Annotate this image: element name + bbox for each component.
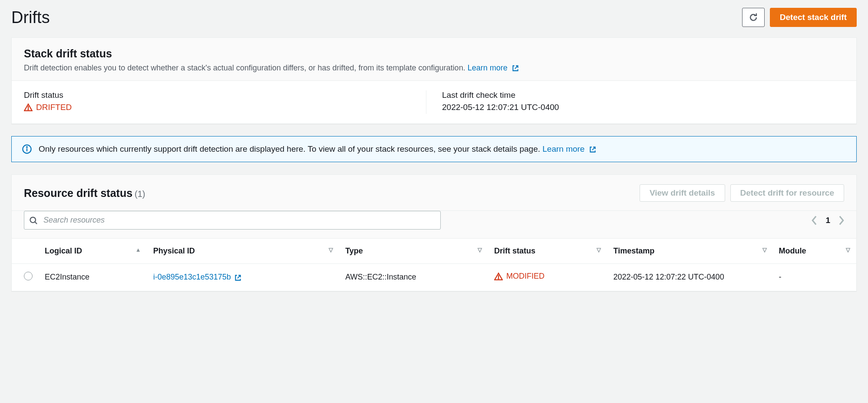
cell-module: - [773, 264, 856, 291]
refresh-button[interactable] [742, 8, 765, 27]
resource-count: (1) [135, 189, 145, 199]
cell-type: AWS::EC2::Instance [339, 264, 488, 291]
external-link-icon [589, 146, 597, 153]
row-radio[interactable] [24, 272, 33, 280]
learn-more-link[interactable]: Learn more [468, 63, 519, 72]
col-type[interactable]: Type▽ [339, 239, 488, 264]
stack-drift-title: Stack drift status [24, 47, 844, 60]
last-check-value: 2022-05-12 12:07:21 UTC-0400 [442, 103, 835, 112]
drift-status-text: MODIFIED [506, 272, 545, 281]
sort-icon: ▽ [597, 246, 601, 253]
page-title: Drifts [11, 8, 50, 27]
col-physical-id[interactable]: Physical ID▽ [147, 239, 339, 264]
resource-drift-title: Resource drift status [24, 187, 132, 199]
svg-point-2 [26, 147, 27, 147]
detect-drift-resource-button[interactable]: Detect drift for resource [730, 184, 844, 202]
learn-more-text: Learn more [468, 63, 508, 72]
search-input[interactable] [24, 211, 441, 230]
table-row[interactable]: EC2Instance i-0e895e13c1e53175b AWS::EC2… [12, 264, 856, 291]
view-drift-details-button[interactable]: View drift details [640, 184, 725, 202]
sort-icon: ▽ [478, 246, 482, 253]
search-icon [29, 216, 38, 225]
last-check-label: Last drift check time [442, 90, 835, 100]
info-learn-more-text: Learn more [542, 144, 584, 153]
drift-status-value: DRIFTED [24, 103, 72, 112]
resource-drift-panel: Resource drift status (1) View drift det… [11, 174, 857, 291]
external-link-icon [512, 64, 519, 72]
stack-drift-status-panel: Stack drift status Drift detection enabl… [11, 37, 857, 124]
page-number: 1 [825, 216, 830, 225]
cell-logical-id: EC2Instance [39, 264, 147, 291]
svg-point-4 [498, 278, 498, 279]
prev-page-button[interactable] [812, 216, 818, 225]
drift-status-text: DRIFTED [36, 103, 72, 112]
sort-icon: ▽ [762, 246, 767, 253]
cell-drift-status: MODIFIED [494, 272, 545, 281]
warning-icon [24, 103, 33, 112]
stack-drift-description: Drift detection enables you to detect wh… [24, 63, 844, 73]
col-timestamp[interactable]: Timestamp▽ [607, 239, 772, 264]
drift-status-label: Drift status [24, 90, 417, 100]
resource-table: Logical ID▲ Physical ID▽ Type▽ Drift sta… [12, 239, 856, 291]
col-drift-status[interactable]: Drift status▽ [488, 239, 607, 264]
physical-id-link[interactable]: i-0e895e13c1e53175b [153, 273, 242, 281]
sort-icon: ▽ [329, 246, 333, 253]
col-logical-id[interactable]: Logical ID▲ [39, 239, 147, 264]
external-link-icon [234, 274, 242, 282]
sort-icon: ▽ [846, 246, 850, 253]
detect-stack-drift-button[interactable]: Detect stack drift [770, 8, 857, 27]
col-module[interactable]: Module▽ [773, 239, 856, 264]
info-text: Only resources which currently support d… [39, 144, 540, 153]
sort-asc-icon: ▲ [135, 246, 141, 253]
info-learn-more-link[interactable]: Learn more [542, 144, 596, 153]
svg-point-0 [28, 109, 28, 110]
pagination: 1 [812, 216, 844, 225]
warning-icon [494, 272, 503, 281]
info-alert: Only resources which currently support d… [11, 136, 857, 162]
cell-physical-id: i-0e895e13c1e53175b [153, 273, 231, 281]
cell-timestamp: 2022-05-12 12:07:22 UTC-0400 [607, 264, 772, 291]
refresh-icon [749, 13, 758, 22]
next-page-button[interactable] [838, 216, 844, 225]
info-icon [22, 144, 32, 154]
stack-drift-desc-text: Drift detection enables you to detect wh… [24, 63, 465, 72]
